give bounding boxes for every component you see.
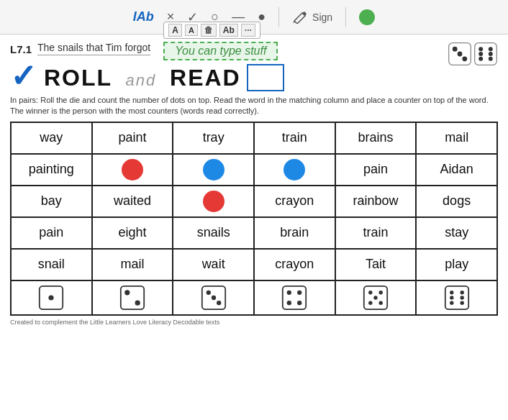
cell-r2c2 bbox=[92, 154, 173, 186]
text-format-toolbar: A A 🗑 Ab ··· bbox=[163, 22, 260, 39]
roll-title: ROLL and READ bbox=[44, 65, 241, 91]
svg-point-22 bbox=[297, 290, 301, 294]
svg-point-2 bbox=[458, 52, 463, 57]
svg-point-19 bbox=[217, 301, 221, 305]
checkmark-icon: ✓ bbox=[10, 60, 37, 92]
svg-point-7 bbox=[478, 57, 483, 61]
cell-r3c2: waited bbox=[92, 186, 173, 217]
separator bbox=[278, 7, 279, 27]
svg-point-23 bbox=[287, 301, 291, 305]
empty-input-box[interactable] bbox=[247, 64, 284, 91]
cell-r4c6: stay bbox=[416, 217, 497, 249]
svg-point-35 bbox=[460, 291, 463, 294]
cell-r5c2: mail bbox=[92, 249, 173, 280]
svg-point-26 bbox=[368, 291, 372, 294]
cell-r3c4: crayon bbox=[254, 186, 335, 217]
svg-point-28 bbox=[373, 296, 377, 299]
cell-r4c1: pain bbox=[11, 217, 92, 249]
svg-rect-13 bbox=[121, 286, 144, 309]
footer-text: Created to complement the Little Learner… bbox=[10, 319, 498, 326]
deco-die-1 bbox=[448, 42, 472, 66]
cell-r4c2: eight bbox=[92, 217, 173, 249]
svg-rect-31 bbox=[445, 286, 468, 309]
svg-point-21 bbox=[287, 290, 291, 294]
cell-r2c5: pain bbox=[335, 154, 417, 186]
svg-point-27 bbox=[378, 291, 382, 294]
dice-row bbox=[11, 280, 497, 315]
svg-point-1 bbox=[453, 47, 458, 52]
type-box-container: A A 🗑 Ab ··· You can type stuff bbox=[163, 42, 278, 60]
cell-r5c6: play bbox=[416, 249, 497, 280]
delete-button[interactable]: 🗑 bbox=[201, 24, 217, 37]
iab-icon[interactable]: IAb bbox=[133, 9, 154, 24]
counter-red-2 bbox=[203, 191, 224, 212]
svg-point-30 bbox=[378, 301, 382, 304]
header-row: L7.1 The snails that Tim forgot A A 🗑 Ab… bbox=[10, 42, 498, 60]
dice-cell-4 bbox=[254, 280, 335, 315]
title-row: ✓ ROLL and READ bbox=[10, 63, 498, 92]
sign-label[interactable]: Sign bbox=[312, 12, 332, 23]
cell-r2c3 bbox=[173, 154, 254, 186]
svg-point-12 bbox=[49, 295, 54, 300]
pen-icon bbox=[292, 11, 308, 24]
svg-rect-4 bbox=[475, 43, 497, 65]
green-status-dot bbox=[359, 9, 375, 25]
svg-point-18 bbox=[211, 296, 215, 300]
cell-r3c1: bay bbox=[11, 186, 92, 217]
cell-r1c1: way bbox=[11, 122, 92, 154]
dice-cell-1 bbox=[11, 280, 92, 315]
svg-rect-20 bbox=[283, 286, 306, 309]
cell-r2c6: Aidan bbox=[416, 154, 497, 186]
table-row-1: way paint tray train brains mail bbox=[11, 122, 497, 154]
svg-point-33 bbox=[450, 296, 453, 299]
table-row-5: snail mail wait crayon Tait play bbox=[11, 249, 497, 280]
svg-point-6 bbox=[478, 52, 483, 56]
dice-cell-2 bbox=[92, 280, 173, 315]
game-table: way paint tray train brains mail paintin… bbox=[10, 122, 498, 316]
more-button[interactable]: ··· bbox=[241, 24, 255, 37]
cell-r2c4 bbox=[254, 154, 335, 186]
font-small-button[interactable]: A bbox=[185, 24, 198, 36]
svg-point-8 bbox=[489, 47, 493, 51]
lesson-title: The snails that Tim forgot bbox=[37, 42, 150, 55]
main-content: L7.1 The snails that Tim forgot A A 🗑 Ab… bbox=[0, 35, 508, 420]
sign-area: Sign bbox=[292, 11, 332, 24]
svg-point-37 bbox=[460, 301, 463, 304]
font-large-button[interactable]: A bbox=[168, 24, 182, 37]
deco-die-2 bbox=[473, 42, 498, 66]
svg-point-10 bbox=[489, 57, 493, 61]
cell-r1c4: train bbox=[254, 122, 335, 154]
cell-r1c6: mail bbox=[416, 122, 497, 154]
lesson-label: L7.1 bbox=[10, 43, 32, 55]
svg-point-36 bbox=[460, 296, 463, 299]
ab-button[interactable]: Ab bbox=[219, 24, 238, 37]
dice-cell-3 bbox=[173, 280, 254, 315]
type-input-box[interactable]: You can type stuff bbox=[163, 42, 278, 60]
separator2 bbox=[345, 7, 346, 27]
cell-r1c2: paint bbox=[92, 122, 173, 154]
svg-point-17 bbox=[206, 290, 210, 294]
cell-r5c4: crayon bbox=[254, 249, 335, 280]
table-row-3: bay waited crayon rainbow dogs bbox=[11, 186, 497, 217]
counter-red-1 bbox=[122, 159, 143, 181]
cell-r3c6: dogs bbox=[416, 186, 497, 217]
cell-r1c3: tray bbox=[173, 122, 254, 154]
counter-blue-2 bbox=[284, 159, 305, 181]
instruction-text: In pairs: Roll the die and count the num… bbox=[10, 95, 498, 117]
svg-point-29 bbox=[368, 301, 372, 304]
cell-r5c5: Tait bbox=[335, 249, 417, 280]
svg-point-24 bbox=[297, 301, 301, 305]
counter-blue-1 bbox=[203, 159, 224, 181]
svg-point-9 bbox=[489, 52, 493, 56]
svg-point-15 bbox=[135, 300, 140, 305]
svg-point-5 bbox=[478, 47, 483, 51]
svg-point-3 bbox=[462, 56, 467, 61]
table-row-2: painting pain Aidan bbox=[11, 154, 497, 186]
cell-r3c5: rainbow bbox=[335, 186, 417, 217]
cell-r1c5: brains bbox=[335, 122, 417, 154]
cell-r3c3 bbox=[173, 186, 254, 217]
svg-point-14 bbox=[124, 290, 130, 295]
cell-r5c1: snail bbox=[11, 249, 92, 280]
cell-r4c5: train bbox=[335, 217, 417, 249]
decorative-dice bbox=[448, 42, 498, 66]
